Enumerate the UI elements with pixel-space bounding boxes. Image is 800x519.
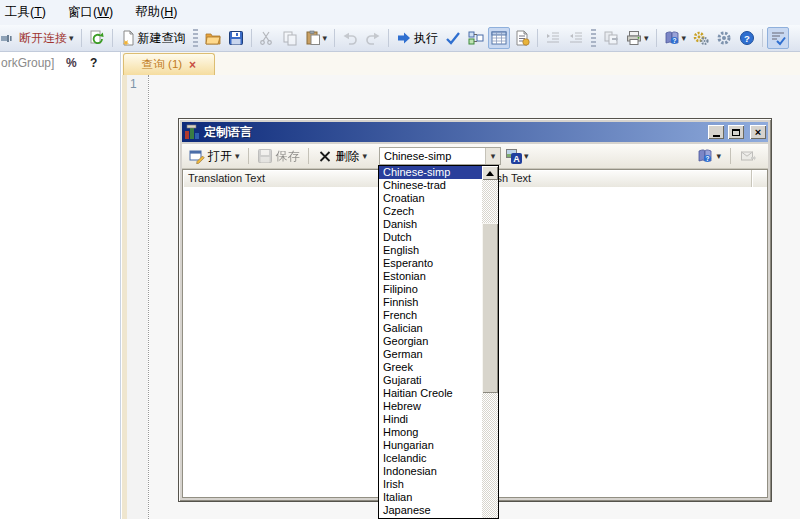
execute-button[interactable]: 执行 [393,27,441,49]
scroll-up-button[interactable] [482,166,498,180]
outdent-button[interactable] [565,27,587,49]
language-option-label: Hindi [383,413,408,425]
disconnect-button[interactable]: 断开连接 ▾ [0,27,77,49]
toolbar-grip[interactable] [591,29,596,47]
open-button[interactable]: 打开 ▾ [185,146,244,166]
language-option[interactable]: Irish [379,478,498,491]
new-query-button[interactable]: 新建查询 [117,27,189,49]
help-button[interactable]: ? [736,27,758,49]
copy-results-button[interactable] [600,27,622,49]
menu-item[interactable]: 工具(T) [0,0,57,25]
language-option[interactable]: Croatian [379,192,498,205]
export-mail-button[interactable] [736,146,760,166]
copy-button[interactable] [279,27,301,49]
language-option[interactable]: Czech [379,205,498,218]
translate-a-badge: A [511,153,522,164]
cut-button[interactable] [256,27,278,49]
language-option[interactable]: Galician [379,322,498,335]
parse-button[interactable] [442,27,464,49]
language-option-label: English [383,244,419,256]
help-book-button[interactable]: ? ▾ [661,27,690,49]
save-file-button[interactable] [225,27,247,49]
settings-button[interactable] [713,27,735,49]
indent-button[interactable] [542,27,564,49]
help-question-glyph: ? [672,37,676,44]
language-option[interactable]: Japanese [379,504,498,517]
dialog-help-button[interactable]: ? ▾ [693,146,725,166]
language-option[interactable]: Dutch [379,231,498,244]
translate-dropdown-arrow[interactable]: ▾ [524,152,529,161]
language-combobox[interactable]: Chinese-simp ▾ [379,147,501,165]
tab-close-icon[interactable]: × [189,59,196,71]
open-file-button[interactable] [202,27,224,49]
scrollbar-thumb[interactable] [482,223,498,393]
menu-item[interactable]: 窗口(W) [57,0,124,25]
language-option-label: Icelandic [383,452,426,464]
save-button[interactable]: 保存 [253,146,304,166]
language-option[interactable]: Hungarian [379,439,498,452]
help-mark[interactable]: ? [90,56,97,70]
language-option[interactable]: Chinese-simp [379,166,498,179]
print-dropdown-arrow[interactable]: ▾ [644,34,649,43]
dialog-titlebar[interactable]: 定制语言 × [182,122,768,142]
language-option[interactable]: Chinese-trad [379,179,498,192]
toolbar-separator [388,29,389,47]
community-button[interactable] [690,27,712,49]
language-option[interactable]: Finnish [379,296,498,309]
language-option[interactable]: English [379,244,498,257]
language-option[interactable]: Gujarati [379,374,498,387]
paste-button[interactable]: ▾ [302,27,331,49]
delete-button[interactable]: 删除 ▾ [313,146,372,166]
language-option[interactable]: German [379,348,498,361]
dialog-app-icon [184,124,200,140]
delete-x-icon [317,148,333,164]
language-option[interactable]: French [379,309,498,322]
execution-plan-button[interactable] [465,27,487,49]
toolbar-separator [762,29,763,47]
dialog-help-dropdown-arrow[interactable]: ▾ [716,152,721,161]
paste-dropdown-arrow[interactable]: ▾ [323,34,328,43]
new-query-label: 新建查询 [138,30,186,47]
maximize-button[interactable] [728,125,744,139]
language-option[interactable]: Estonian [379,270,498,283]
column-header-english-text[interactable]: English Text [467,170,752,187]
language-option[interactable]: Haitian Creole [379,387,498,400]
results-grid-button[interactable] [488,27,510,49]
line-number-gutter: 1 [127,75,148,519]
language-option[interactable]: Greek [379,361,498,374]
language-option-label: Greek [383,361,413,373]
language-option[interactable]: Esperanto [379,257,498,270]
database-combo-text[interactable]: orkGroup] [1,56,54,70]
help-book-icon: ? [664,30,680,46]
language-option[interactable]: Hebrew [379,400,498,413]
toolbar-separator [248,148,249,164]
combobox-dropdown-button[interactable]: ▾ [485,148,500,164]
translate-button[interactable]: A ▾ [506,148,529,164]
language-option[interactable]: Indonesian [379,465,498,478]
maximize-icon [732,129,740,136]
language-option[interactable]: Filipino [379,283,498,296]
minimize-button[interactable] [708,125,724,139]
language-option[interactable]: Georgian [379,335,498,348]
disconnect-dropdown-arrow[interactable]: ▾ [69,34,74,43]
language-option[interactable]: Hindi [379,413,498,426]
redo-button[interactable] [362,27,384,49]
undo-button[interactable] [339,27,361,49]
comment-check-button[interactable] [767,27,789,49]
toolbar-grip[interactable] [193,29,198,47]
print-button[interactable]: ▾ [623,27,652,49]
results-file-button[interactable] [511,27,533,49]
dialog-title: 定制语言 [204,124,704,141]
language-option[interactable]: Icelandic [379,452,498,465]
help-dropdown-arrow[interactable]: ▾ [682,34,687,43]
open-dropdown-arrow[interactable]: ▾ [235,152,240,161]
language-option[interactable]: Hmong [379,426,498,439]
language-option[interactable]: Danish [379,218,498,231]
close-button[interactable]: × [750,125,766,139]
language-option-label: Chinese-simp [383,166,450,178]
tab-query-1[interactable]: 查询 (1) × [123,53,215,75]
language-option[interactable]: Italian [379,491,498,504]
delete-dropdown-arrow[interactable]: ▾ [363,152,368,161]
menu-item[interactable]: 帮助(H) [124,0,188,25]
refresh-button[interactable] [86,27,108,49]
